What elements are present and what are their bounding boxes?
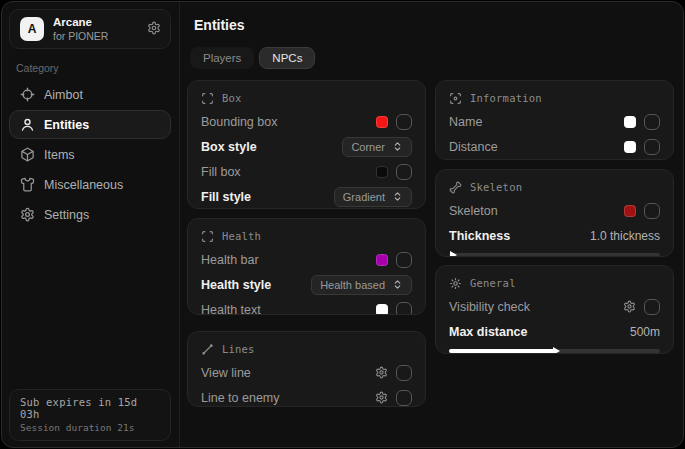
box-select-icon	[201, 230, 214, 243]
setting-label: Bounding box	[201, 115, 277, 129]
brand-name: Arcane	[53, 15, 108, 29]
sidebar-divider	[179, 2, 180, 447]
row-controls	[624, 114, 660, 130]
setting-label: Distance	[449, 140, 498, 154]
gear-icon[interactable]	[623, 300, 636, 313]
sidebar-item-items[interactable]: Items	[9, 140, 171, 169]
setting-row-fill-style: Fill style Gradient	[201, 188, 412, 205]
max-distance-slider[interactable]	[449, 349, 660, 353]
slider-thumb[interactable]	[450, 251, 457, 257]
crosshair-icon	[20, 87, 35, 102]
row-controls	[376, 164, 412, 180]
card-header: Health	[201, 229, 412, 243]
distance-checkbox[interactable]	[644, 139, 660, 155]
fill-box-checkbox[interactable]	[396, 164, 412, 180]
card-health: Health Health bar Health style Health ba…	[187, 218, 426, 315]
card-lines: Lines View line Line to enemy	[187, 331, 426, 407]
health-text-color-swatch[interactable]	[376, 304, 388, 316]
brand-subtitle: for PIONER	[53, 30, 108, 43]
health-text-checkbox[interactable]	[396, 302, 412, 316]
sidebar-item-miscellaneous[interactable]: Miscellaneous	[9, 170, 171, 199]
setting-row-fill-box: Fill box	[201, 163, 412, 180]
row-controls	[624, 203, 660, 219]
fill-style-dropdown[interactable]: Gradient	[334, 187, 412, 207]
card-title: Box	[222, 92, 242, 104]
line-icon	[201, 343, 214, 356]
name-color-swatch[interactable]	[624, 116, 636, 128]
gear-icon[interactable]	[147, 21, 161, 35]
setting-label: Name	[449, 115, 482, 129]
card-title: General	[470, 277, 516, 289]
scan-eye-icon	[449, 92, 462, 105]
visibility-check-checkbox[interactable]	[644, 299, 660, 315]
line-to-enemy-checkbox[interactable]	[396, 390, 412, 406]
row-controls	[375, 365, 412, 381]
thickness-slider[interactable]	[449, 253, 660, 257]
setting-row-box-style: Box style Corner	[201, 138, 412, 155]
sidebar-item-label: Aimbot	[44, 88, 83, 102]
name-checkbox[interactable]	[644, 114, 660, 130]
setting-label: Fill box	[201, 165, 241, 179]
setting-label: Health text	[201, 303, 261, 316]
user-icon	[20, 117, 35, 132]
card-title: Lines	[222, 343, 255, 355]
health-style-dropdown[interactable]: Health based	[311, 275, 412, 295]
setting-label: Max distance	[449, 325, 528, 339]
setting-row-visibility-check: Visibility check	[449, 298, 660, 315]
fill-box-color-swatch[interactable]	[376, 166, 388, 178]
card-general: General Visibility check Max distance 50…	[435, 265, 674, 354]
setting-label: Box style	[201, 140, 257, 154]
brand-initial: A	[28, 22, 37, 36]
session-duration-text: Session duration 21s	[20, 422, 160, 433]
package-icon	[20, 147, 35, 162]
health-bar-color-swatch[interactable]	[376, 254, 388, 266]
chevrons-up-down-icon	[392, 279, 403, 290]
skeleton-color-swatch[interactable]	[624, 205, 636, 217]
view-line-checkbox[interactable]	[396, 365, 412, 381]
subscription-info-card: Sub expires in 15d 03h Session duration …	[9, 389, 171, 441]
row-controls	[623, 299, 660, 315]
setting-label: Health style	[201, 278, 271, 292]
box-style-dropdown[interactable]: Corner	[342, 137, 412, 157]
setting-label: Fill style	[201, 190, 251, 204]
chevrons-up-down-icon	[392, 191, 403, 202]
sidebar-item-label: Miscellaneous	[44, 178, 123, 192]
setting-label: Line to enemy	[201, 391, 280, 405]
setting-row-health-text: Health text	[201, 301, 412, 315]
sidebar-item-settings[interactable]: Settings	[9, 200, 171, 229]
gear-icon[interactable]	[375, 366, 388, 379]
setting-row-skeleton: Skeleton	[449, 202, 660, 219]
sun-icon	[449, 277, 462, 290]
sidebar: A Arcane for PIONER Category Aimbot Enti…	[9, 9, 171, 441]
bounding-box-color-swatch[interactable]	[376, 116, 388, 128]
distance-color-swatch[interactable]	[624, 141, 636, 153]
category-label: Category	[16, 62, 171, 74]
dropdown-value: Gradient	[343, 191, 385, 203]
left-column: Box Bounding box Box style Corner	[187, 80, 426, 407]
shirt-icon	[20, 177, 35, 192]
health-bar-checkbox[interactable]	[396, 252, 412, 268]
setting-label: Health bar	[201, 253, 259, 267]
page-title: Entities	[194, 17, 676, 33]
chevrons-up-down-icon	[392, 141, 403, 152]
card-header: Lines	[201, 342, 412, 356]
tab-npcs[interactable]: NPCs	[259, 47, 315, 69]
sub-expires-text: Sub expires in 15d 03h	[20, 396, 160, 420]
sidebar-item-aimbot[interactable]: Aimbot	[9, 80, 171, 109]
setting-row-line-to-enemy: Line to enemy	[201, 389, 412, 406]
setting-label: Thickness	[449, 229, 510, 243]
card-header: Box	[201, 91, 412, 105]
brand-text: Arcane for PIONER	[53, 15, 108, 43]
slider-thumb[interactable]	[553, 347, 560, 354]
gear-icon[interactable]	[375, 391, 388, 404]
setting-row-health-bar: Health bar	[201, 251, 412, 268]
sidebar-item-entities[interactable]: Entities	[9, 110, 171, 139]
sidebar-item-label: Items	[44, 148, 75, 162]
right-column: Information Name Distance	[435, 80, 674, 354]
bounding-box-checkbox[interactable]	[396, 114, 412, 130]
tab-players[interactable]: Players	[190, 47, 254, 69]
setting-row-max-distance: Max distance 500m	[449, 323, 660, 340]
skeleton-checkbox[interactable]	[644, 203, 660, 219]
setting-label: View line	[201, 366, 251, 380]
setting-row-name: Name	[449, 113, 660, 130]
